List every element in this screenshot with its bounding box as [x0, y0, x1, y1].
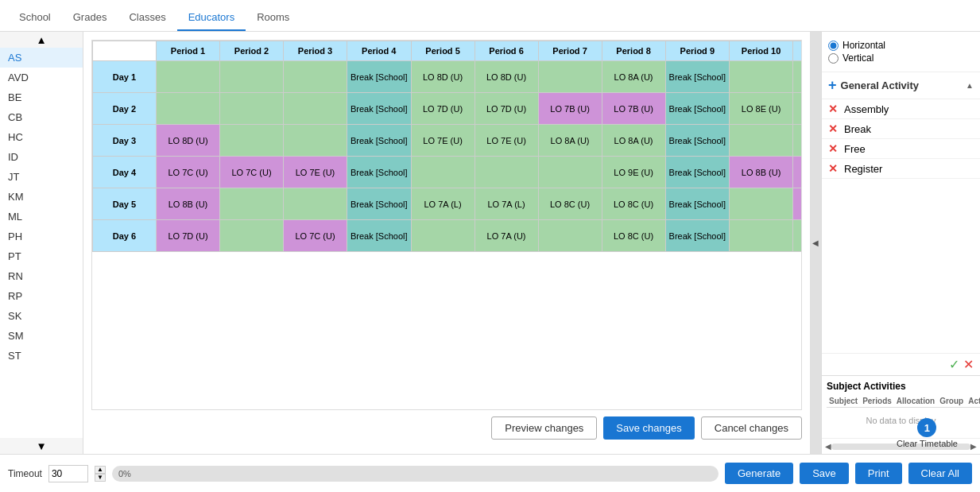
generate-button[interactable]: Generate: [725, 463, 793, 484]
cell-d3-p10[interactable]: [730, 125, 793, 157]
cell-d6-p7[interactable]: [538, 220, 602, 252]
tab-educators[interactable]: Educators: [177, 5, 246, 31]
cell-d5-p6[interactable]: LO 7A (L): [475, 188, 538, 220]
cell-d3-p8[interactable]: LO 8A (U): [602, 125, 665, 157]
cell-d4-p7[interactable]: [538, 157, 602, 188]
ga-delete-free[interactable]: ✕: [828, 142, 838, 155]
cell-d1-p7[interactable]: [538, 61, 602, 93]
cell-d5-p10[interactable]: [730, 188, 793, 220]
tab-classes[interactable]: Classes: [118, 5, 176, 31]
sidebar-item-id[interactable]: ID: [0, 147, 83, 167]
cell-d1-p4[interactable]: Break [School]: [347, 61, 412, 93]
cell-d4-p11[interactable]: LO 8B (U): [793, 157, 802, 188]
timetable-scroll[interactable]: Period 1 Period 2 Period 3 Period 4 Peri…: [91, 40, 802, 410]
add-activity-button[interactable]: +: [828, 77, 837, 94]
cell-d6-p3[interactable]: LO 7C (U): [284, 220, 347, 252]
cell-d2-p10[interactable]: LO 8E (U): [730, 93, 793, 125]
sidebar-item-jt[interactable]: JT: [0, 167, 83, 187]
cell-d4-p2[interactable]: LO 7C (U): [220, 157, 284, 188]
cell-d2-p9[interactable]: Break [School]: [665, 93, 730, 125]
cell-d3-p5[interactable]: LO 7E (U): [411, 125, 475, 157]
spinner-up[interactable]: ▲: [95, 466, 106, 474]
cancel-changes-button[interactable]: Cancel changes: [701, 416, 802, 440]
cell-d3-p4[interactable]: Break [School]: [347, 125, 412, 157]
cell-d1-p5[interactable]: LO 8D (U): [411, 61, 475, 93]
sidebar-item-ml[interactable]: ML: [0, 207, 83, 227]
cell-d2-p5[interactable]: LO 7D (U): [411, 93, 475, 125]
cell-d4-p8[interactable]: LO 9E (U): [602, 157, 665, 188]
save-changes-button[interactable]: Save changes: [603, 416, 694, 440]
preview-changes-button[interactable]: Preview changes: [491, 416, 597, 440]
cell-d6-p5[interactable]: [411, 220, 475, 252]
sidebar-item-rp[interactable]: RP: [0, 286, 83, 306]
ga-delete-register[interactable]: ✕: [828, 162, 838, 175]
cell-d4-p9[interactable]: Break [School]: [665, 157, 730, 188]
clear-all-button[interactable]: Clear All: [908, 463, 972, 484]
cell-d2-p4[interactable]: Break [School]: [347, 93, 412, 125]
tab-rooms[interactable]: Rooms: [246, 5, 300, 31]
cell-d6-p11[interactable]: [793, 220, 802, 252]
cell-d6-p10[interactable]: [730, 220, 793, 252]
cell-d5-p8[interactable]: LO 8C (U): [602, 188, 665, 220]
cell-d4-p4[interactable]: Break [School]: [347, 157, 412, 188]
cell-d6-p9[interactable]: Break [School]: [665, 220, 730, 252]
cell-d5-p7[interactable]: LO 8C (U): [538, 188, 602, 220]
cell-d6-p6[interactable]: LO 7A (U): [475, 220, 538, 252]
cell-d1-p1[interactable]: [157, 61, 220, 93]
orientation-horizontal-radio[interactable]: [828, 41, 839, 51]
cell-d1-p11[interactable]: [793, 61, 802, 93]
cell-d3-p1[interactable]: LO 8D (U): [157, 125, 220, 157]
ga-delete-break[interactable]: ✕: [828, 122, 838, 135]
cell-d2-p6[interactable]: LO 7D (U): [475, 93, 538, 125]
collapse-toggle[interactable]: ◀: [810, 32, 821, 454]
sidebar-item-pt[interactable]: PT: [0, 246, 83, 266]
ga-scroll-up[interactable]: ▲: [966, 81, 974, 90]
cell-d4-p6[interactable]: [475, 157, 538, 188]
cell-d2-p11[interactable]: LO 8E (U): [793, 93, 802, 125]
sidebar-item-sm[interactable]: SM: [0, 326, 83, 346]
sidebar-item-km[interactable]: KM: [0, 187, 83, 207]
sidebar-item-hc[interactable]: HC: [0, 127, 83, 147]
spinner-down[interactable]: ▼: [95, 474, 106, 482]
cell-d6-p2[interactable]: [220, 220, 284, 252]
sidebar-item-as[interactable]: AS: [0, 48, 83, 68]
cell-d5-p9[interactable]: Break [School]: [665, 188, 730, 220]
cell-d3-p3[interactable]: [284, 125, 347, 157]
timeout-input[interactable]: [48, 465, 88, 482]
ga-confirm-cancel[interactable]: ✕: [963, 357, 974, 372]
cell-d1-p8[interactable]: LO 8A (U): [602, 61, 665, 93]
tab-school[interactable]: School: [8, 5, 62, 31]
sidebar-scroll-down[interactable]: ▼: [0, 438, 83, 454]
sidebar-scroll-up[interactable]: ▲: [0, 32, 83, 48]
cell-d1-p2[interactable]: [220, 61, 284, 93]
cell-d5-p1[interactable]: LO 8B (U): [157, 188, 220, 220]
ga-delete-assembly[interactable]: ✕: [828, 103, 838, 115]
cell-d2-p2[interactable]: [220, 93, 284, 125]
tab-grades[interactable]: Grades: [62, 5, 118, 31]
cell-d1-p3[interactable]: [284, 61, 347, 93]
cell-d5-p11[interactable]: LO 7B (U): [793, 188, 802, 220]
scroll-left-button[interactable]: ◀: [825, 442, 831, 451]
cell-d4-p5[interactable]: [411, 157, 475, 188]
scroll-right-button[interactable]: ▶: [970, 442, 977, 451]
ga-confirm-ok[interactable]: ✓: [949, 357, 959, 372]
orientation-vertical-radio[interactable]: [828, 53, 839, 64]
cell-d2-p3[interactable]: [284, 93, 347, 125]
cell-d5-p5[interactable]: LO 7A (L): [411, 188, 475, 220]
sidebar-item-be[interactable]: BE: [0, 87, 83, 107]
cell-d3-p7[interactable]: LO 8A (U): [538, 125, 602, 157]
cell-d6-p8[interactable]: LO 8C (U): [602, 220, 665, 252]
cell-d1-p10[interactable]: [730, 61, 793, 93]
cell-d5-p2[interactable]: [220, 188, 284, 220]
cell-d6-p1[interactable]: LO 7D (U): [157, 220, 220, 252]
cell-d5-p4[interactable]: Break [School]: [347, 188, 412, 220]
cell-d4-p1[interactable]: LO 7C (U): [157, 157, 220, 188]
cell-d4-p10[interactable]: LO 8B (U): [730, 157, 793, 188]
cell-d3-p9[interactable]: Break [School]: [665, 125, 730, 157]
cell-d5-p3[interactable]: [284, 188, 347, 220]
sidebar-item-st[interactable]: ST: [0, 346, 83, 366]
cell-d3-p11[interactable]: [793, 125, 802, 157]
sidebar-item-rn[interactable]: RN: [0, 266, 83, 286]
cell-d2-p7[interactable]: LO 7B (U): [538, 93, 602, 125]
cell-d6-p4[interactable]: Break [School]: [347, 220, 412, 252]
